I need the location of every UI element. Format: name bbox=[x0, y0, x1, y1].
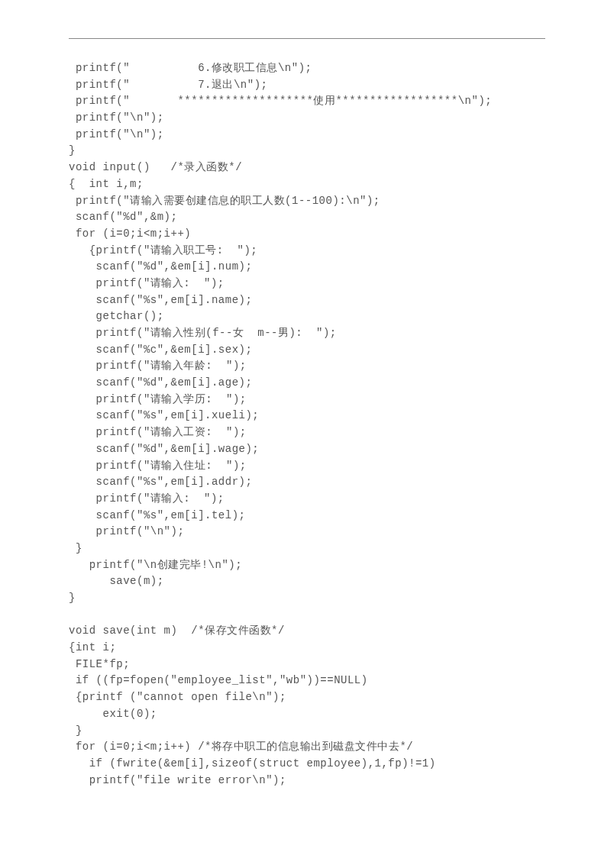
code-line: } bbox=[69, 143, 545, 160]
code-line: printf("请输入住址: "); bbox=[69, 458, 545, 475]
code-line: void input() /*录入函数*/ bbox=[69, 160, 545, 176]
code-line: for (i=0;i<m;i++) /*将存中职工的信息输出到磁盘文件中去*/ bbox=[69, 739, 545, 756]
code-line: printf("请输入: "); bbox=[69, 491, 545, 508]
code-line: scanf("%s",em[i].tel); bbox=[69, 508, 545, 524]
code-line: FILE*fp; bbox=[69, 657, 545, 673]
code-line: scanf("%d",&em[i].age); bbox=[69, 375, 545, 392]
code-line: } bbox=[69, 723, 545, 740]
code-line bbox=[69, 607, 545, 624]
code-line: } bbox=[69, 590, 545, 607]
code-line: exit(0); bbox=[69, 706, 545, 723]
code-line: printf("请输入工资: "); bbox=[69, 424, 545, 441]
code-line: scanf("%d",&m); bbox=[69, 209, 545, 226]
code-line: printf("请输入: "); bbox=[69, 276, 545, 292]
code-block: printf(" 6.修改职工信息\n"); printf(" 7.退出\n")… bbox=[69, 60, 545, 789]
code-line: if ((fp=fopen("employee_list","wb"))==NU… bbox=[69, 673, 545, 689]
code-line: printf("请输入年龄: "); bbox=[69, 358, 545, 375]
code-line: scanf("%s",em[i].addr); bbox=[69, 474, 545, 491]
code-line: scanf("%s",em[i].xueli); bbox=[69, 408, 545, 424]
code-line: void save(int m) /*保存文件函数*/ bbox=[69, 623, 545, 640]
code-line: if (fwrite(&em[i],sizeof(struct employee… bbox=[69, 756, 545, 773]
code-line: printf("file write error\n"); bbox=[69, 773, 545, 789]
code-line: printf("\n"); bbox=[69, 127, 545, 144]
code-line: printf("请输入需要创建信息的职工人数(1--100):\n"); bbox=[69, 193, 545, 210]
code-line: { int i,m; bbox=[69, 176, 545, 193]
code-line: scanf("%c",&em[i].sex); bbox=[69, 342, 545, 359]
code-line: printf("请输入学历: "); bbox=[69, 392, 545, 408]
code-line: {printf("请输入职工号: "); bbox=[69, 243, 545, 260]
code-line: printf(" ********************使用*********… bbox=[69, 93, 545, 110]
code-line: scanf("%s",em[i].name); bbox=[69, 292, 545, 309]
code-line: scanf("%d",&em[i].wage); bbox=[69, 441, 545, 458]
code-line: getchar(); bbox=[69, 308, 545, 325]
code-line: for (i=0;i<m;i++) bbox=[69, 226, 545, 243]
code-line: printf(" 7.退出\n"); bbox=[69, 77, 545, 94]
code-line: printf("\n"); bbox=[69, 110, 545, 127]
code-line: printf(" 6.修改职工信息\n"); bbox=[69, 60, 545, 77]
code-line: } bbox=[69, 540, 545, 557]
code-line: save(m); bbox=[69, 573, 545, 590]
code-line: {int i; bbox=[69, 640, 545, 657]
code-line: scanf("%d",&em[i].num); bbox=[69, 259, 545, 276]
code-line: printf("\n创建完毕!\n"); bbox=[69, 557, 545, 574]
code-line: printf("请输入性别(f--女 m--男): "); bbox=[69, 325, 545, 342]
document-page: printf(" 6.修改职工信息\n"); printf(" 7.退出\n")… bbox=[0, 0, 614, 868]
top-divider bbox=[69, 38, 545, 39]
code-line: {printf ("cannot open file\n"); bbox=[69, 689, 545, 706]
code-line: printf("\n"); bbox=[69, 524, 545, 540]
